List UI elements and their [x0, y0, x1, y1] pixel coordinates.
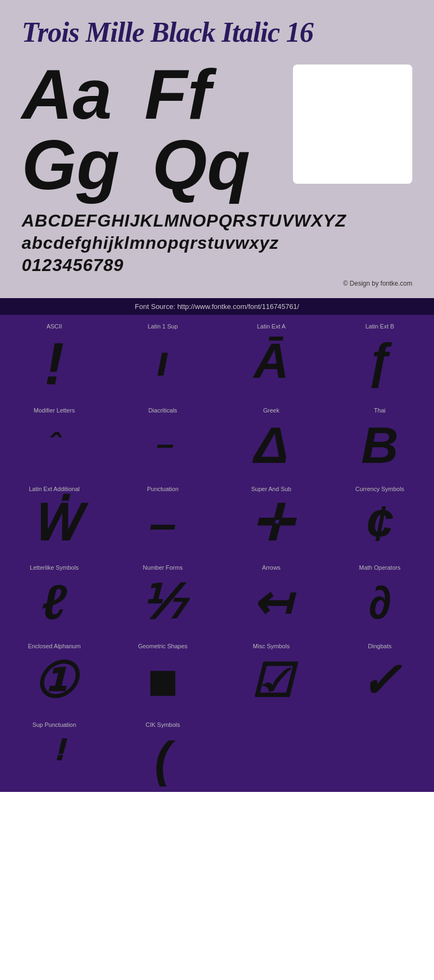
glyph-cell-latinextb: Latin Ext B ƒ [326, 315, 434, 399]
glyph-label: Thai [331, 407, 429, 414]
glyph-label: Currency Symbols [331, 486, 429, 492]
glyph-char: Δ [254, 418, 289, 472]
glyph-label: Arrows [222, 564, 320, 571]
glyph-cell-empty1 [217, 713, 326, 792]
alphabet-upper: ABCDEFGHIJKLMNOPQRSTUVWXYZ [22, 211, 412, 231]
letter-pair-aa: Aa [22, 59, 144, 130]
glyph-label: Number Forms [114, 564, 212, 571]
glyph-cell-ciksymbols: CIK Symbols ( [108, 713, 217, 792]
glyph-cell-suppunct: Sup Punctuation ꜝ [0, 713, 108, 792]
glyph-cell-ascii: ASCII ! [0, 315, 108, 399]
glyph-cell-enclosed: Enclosed Alphanum ① [0, 635, 108, 713]
glyph-char: ■ [147, 654, 178, 708]
glyph-label: Sup Punctuation [5, 721, 103, 728]
glyph-cell-latinexta: Latin Ext A Ā [217, 315, 326, 399]
glyph-label: Latin Ext Additional [5, 486, 103, 492]
glyph-cell-superandsub: Super And Sub ✛ [217, 478, 326, 556]
glyph-cell-diacriticals: Diacriticals ‒ [108, 399, 217, 478]
glyph-char: Ẇ [30, 497, 79, 551]
glyph-cell-mathops: Math Operators ∂ [326, 556, 434, 635]
glyph-char: ℓ [42, 575, 67, 629]
glyph-label: Misc Symbols [222, 643, 320, 649]
font-title: Trois Mille Black Italic 16 [22, 16, 412, 48]
glyph-char: ∂ [368, 575, 391, 629]
glyph-label: Greek [222, 407, 320, 414]
letter-pair-ff: Ff [144, 59, 244, 130]
glyph-char: ‒ [154, 418, 171, 472]
glyph-char: B [361, 418, 399, 472]
glyph-label: Enclosed Alphanum [5, 643, 103, 649]
glyph-cell-dingbats: Dingbats ✓ [326, 635, 434, 713]
glyph-label: ASCII [5, 323, 103, 330]
glyph-label: Latin Ext A [222, 323, 320, 330]
glyph-char: ✓ [360, 654, 400, 708]
glyph-grid: ASCII ! Latin 1 Sup ı Latin Ext A Ā Lati… [0, 315, 434, 792]
preview-section: Trois Mille Black Italic 16 Aa Ff a Gg Q… [0, 0, 434, 298]
glyph-label: Latin 1 Sup [114, 323, 212, 330]
glyph-label: Latin Ext B [331, 323, 429, 330]
glyph-cell-geometric: Geometric Shapes ■ [108, 635, 217, 713]
glyph-label: Punctuation [114, 486, 212, 492]
glyph-label: Modifier Letters [5, 407, 103, 414]
glyph-char: ı [157, 334, 169, 388]
glyph-cell-arrows: Arrows ↤ [217, 556, 326, 635]
glyph-cell-greek: Greek Δ [217, 399, 326, 478]
numbers: 0123456789 [22, 255, 412, 275]
glyph-cell-punctuation: Punctuation – [108, 478, 217, 556]
glyph-char: ✛ [251, 497, 292, 551]
glyph-label: Math Operators [331, 564, 429, 571]
glyph-char: ¢ [366, 497, 393, 551]
glyph-char: ① [33, 654, 76, 708]
glyph-cell-numberforms: Number Forms ⅐ [108, 556, 217, 635]
glyph-label: CIK Symbols [114, 721, 212, 728]
glyph-label: Super And Sub [222, 486, 320, 492]
glyph-char: Ā [254, 334, 289, 388]
glyph-cell-currency: Currency Symbols ¢ [326, 478, 434, 556]
glyph-label: Geometric Shapes [114, 643, 212, 649]
glyph-char: ↤ [252, 575, 291, 629]
glyph-cell-empty2 [326, 713, 434, 792]
letter-pair-qq: Qq [152, 130, 283, 200]
glyph-char: ⅐ [141, 575, 185, 629]
glyph-label: Diacriticals [114, 407, 212, 414]
glyph-char: ˆ [49, 418, 60, 472]
glyph-char: ( [155, 732, 171, 786]
font-source: Font Source: http://www.fontke.com/font/… [0, 298, 434, 315]
glyph-cell-latin1sup: Latin 1 Sup ı [108, 315, 217, 399]
letter-pair-gg: Gg [22, 130, 152, 200]
glyph-label: Letterlike Symbols [5, 564, 103, 571]
glyph-cell-misc: Misc Symbols ☑ [217, 635, 326, 713]
design-credit: © Design by fontke.com [22, 280, 412, 287]
glyph-cell-latinextadd: Latin Ext Additional Ẇ [0, 478, 108, 556]
glyph-char: ꜝ [48, 732, 61, 786]
glyph-char: ☑ [251, 654, 292, 708]
glyph-cell-letterlike: Letterlike Symbols ℓ [0, 556, 108, 635]
glyph-cell-thai: Thai B [326, 399, 434, 478]
dark-section: Font Source: http://www.fontke.com/font/… [0, 298, 434, 792]
glyph-char: – [149, 497, 176, 551]
glyph-char: ! [44, 334, 65, 394]
glyph-label: Dingbats [331, 643, 429, 649]
alphabet-lower: abcdefghijklmnopqrstuvwxyz [22, 233, 412, 253]
glyph-cell-modifier: Modifier Letters ˆ [0, 399, 108, 478]
glyph-char: ƒ [366, 334, 393, 388]
